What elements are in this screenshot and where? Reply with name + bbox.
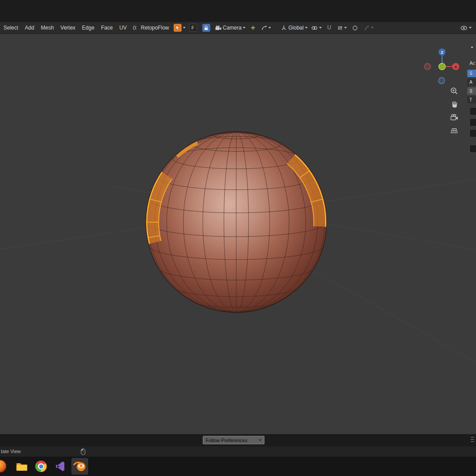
chrome-icon[interactable] (33, 458, 49, 475)
panel-field[interactable] (470, 130, 476, 137)
panel-field[interactable] (470, 108, 476, 115)
menu-uv[interactable]: UV (119, 25, 127, 31)
menu-select[interactable]: Select (4, 25, 18, 31)
taskbar (0, 457, 476, 476)
snap-target-icon (337, 25, 343, 31)
tool-options-dropdown[interactable] (261, 25, 271, 31)
panel-tab[interactable]: S (467, 87, 476, 95)
eye-icon (460, 25, 468, 31)
scene-canvas[interactable] (0, 34, 476, 434)
3d-viewport[interactable]: Z X Ac (0, 34, 476, 434)
lock-icon (203, 25, 209, 31)
magnet-icon (326, 25, 332, 31)
retopoflow-menu[interactable]: RetopoFlow (141, 25, 169, 31)
retopoflow-logo-icon (132, 25, 138, 31)
proportional-edit-toggle[interactable] (351, 24, 359, 32)
panel-tab-active[interactable]: S (467, 70, 476, 77)
chevron-down-icon (469, 27, 472, 29)
sidebar-flap: Ac S A S T (466, 34, 476, 210)
axis-neg-z-ball[interactable] (439, 78, 445, 84)
firefox-icon[interactable] (0, 460, 6, 472)
retopoflow-options-strip: Follow Preferences (0, 434, 476, 446)
window-titlebar (0, 0, 476, 22)
chevron-down-icon[interactable] (183, 27, 186, 29)
follow-preferences-value: Follow Preferences (206, 438, 247, 443)
follow-preferences-select[interactable]: Follow Preferences (203, 436, 264, 444)
curve-handle-icon (261, 25, 267, 31)
view-axis-gizmo[interactable]: Z X (421, 46, 463, 88)
hand-icon (450, 100, 458, 108)
axis-z-label: Z (441, 50, 443, 55)
chevron-down-icon (344, 27, 347, 29)
menu-add[interactable]: Add (25, 25, 34, 31)
collapse-panel-icon[interactable] (471, 48, 473, 56)
camera-view-icon (450, 114, 458, 121)
resize-grip[interactable] (471, 437, 474, 443)
panel-title: Ac (469, 60, 475, 66)
axes-icon (281, 25, 287, 31)
menu-edge[interactable]: Edge (82, 25, 94, 31)
menu-vertex[interactable]: Vertex (60, 25, 75, 31)
camera-icon (215, 25, 222, 31)
status-hint-text: tate View (1, 449, 21, 454)
link-icon (311, 25, 318, 31)
status-bar: tate View (0, 446, 476, 457)
plus-icon (250, 25, 256, 30)
file-explorer-icon[interactable] (13, 458, 30, 475)
edit-mode-menus: Select Add Mesh Vertex Edge Face UV (4, 25, 126, 31)
camera-view-button[interactable] (449, 112, 459, 123)
falloff-curve-icon (364, 25, 370, 31)
blender-icon[interactable] (71, 458, 88, 475)
panel-tab[interactable]: T (467, 96, 476, 104)
mouse-icon (81, 448, 86, 455)
falloff-dropdown[interactable] (364, 25, 374, 31)
menu-face[interactable]: Face (101, 25, 113, 31)
menu-mesh[interactable]: Mesh (41, 25, 54, 31)
pan-button[interactable] (449, 99, 459, 109)
panel-tab[interactable]: A (467, 78, 476, 86)
ortho-toggle-button[interactable] (449, 125, 459, 136)
proportional-circle-icon (352, 25, 358, 31)
active-tool-button[interactable] (174, 24, 182, 32)
orientation-select[interactable]: Global (281, 25, 308, 31)
pivot-dropdown[interactable] (311, 25, 322, 31)
panel-field[interactable] (470, 119, 476, 126)
axis-y-ball[interactable] (439, 63, 446, 70)
chevron-down-icon (371, 27, 374, 29)
orientation-label: Global (288, 25, 304, 31)
chevron-down-icon (268, 27, 271, 29)
snap-toggle[interactable] (326, 25, 332, 31)
visibility-dropdown[interactable] (460, 25, 472, 31)
axis-x-label: X (454, 65, 457, 69)
chevron-down-icon (259, 439, 261, 441)
chevron-down-icon (243, 27, 245, 29)
chevron-down-icon (319, 27, 322, 29)
camera-select[interactable]: Camera (215, 25, 246, 31)
viewport-header: Select Add Mesh Vertex Edge Face UV Reto… (0, 22, 476, 34)
panel-field[interactable] (470, 145, 476, 152)
cursor-icon (175, 25, 180, 30)
lock-button[interactable] (202, 24, 210, 32)
add-button[interactable] (249, 24, 257, 32)
axis-neg-x-ball[interactable] (424, 63, 431, 70)
f-mode-button[interactable]: F (189, 24, 197, 32)
zoom-button[interactable] (449, 86, 459, 96)
visual-studio-icon[interactable] (52, 458, 69, 475)
snap-target-dropdown[interactable] (337, 25, 347, 31)
camera-select-label: Camera (223, 25, 242, 31)
grid-perspective-icon (450, 127, 458, 134)
chevron-down-icon (305, 27, 308, 29)
zoom-icon (450, 87, 458, 95)
